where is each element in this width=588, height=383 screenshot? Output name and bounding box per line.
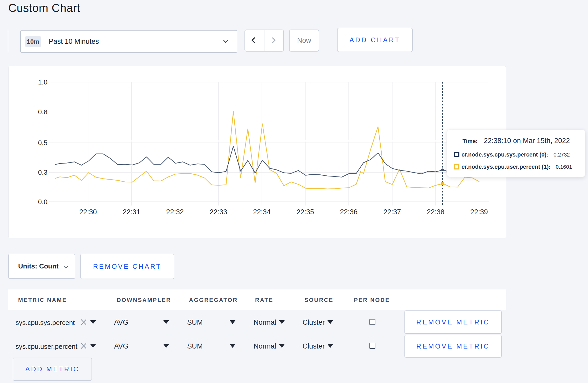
svg-text:22:30: 22:30: [79, 208, 97, 216]
svg-text:22:33: 22:33: [210, 208, 227, 216]
svg-text:22:34: 22:34: [253, 208, 271, 216]
svg-text:0.3: 0.3: [38, 168, 47, 176]
svg-text:22:32: 22:32: [166, 208, 184, 216]
svg-text:0.8: 0.8: [38, 108, 47, 116]
svg-text:22:37: 22:37: [383, 208, 401, 216]
svg-text:0.0: 0.0: [38, 198, 47, 206]
svg-text:22:35: 22:35: [297, 208, 314, 216]
svg-text:22:38: 22:38: [427, 208, 445, 216]
svg-text:22:36: 22:36: [340, 208, 358, 216]
svg-text:1.0: 1.0: [38, 78, 47, 86]
svg-text:22:39: 22:39: [470, 208, 488, 216]
svg-text:22:31: 22:31: [123, 208, 141, 216]
svg-text:0.5: 0.5: [38, 139, 47, 147]
